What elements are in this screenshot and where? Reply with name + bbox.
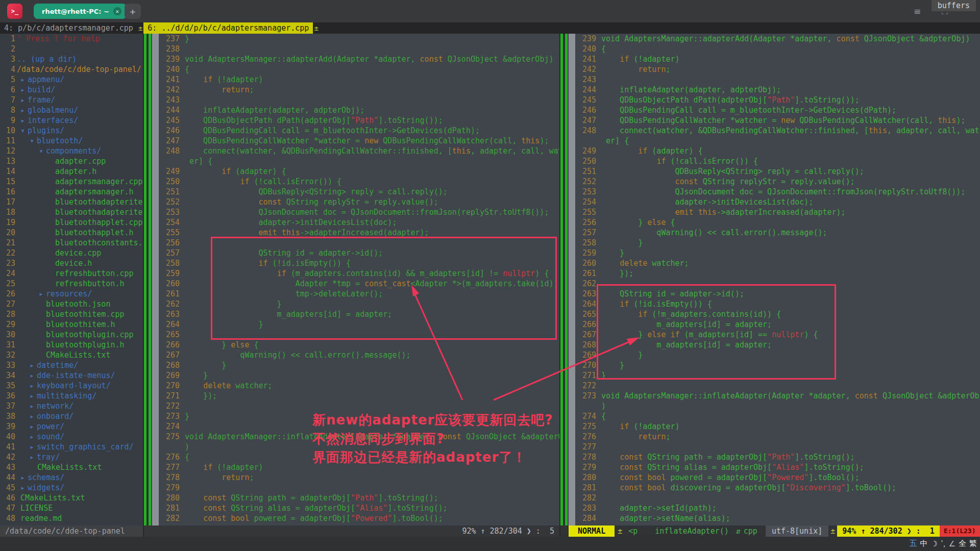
tree-item[interactable]: 23device.h — [0, 258, 143, 268]
tree-item[interactable]: 25refreshbutton.h — [0, 279, 143, 289]
tree-item[interactable]: 18bluetoothadapteritem.h — [0, 207, 143, 217]
buffer-tab[interactable]: 6: ../d/d/p/b/c/adaptersmanager.cpp — [143, 22, 313, 34]
tree-item-label: readme.md — [20, 513, 62, 523]
tree-item[interactable]: 48readme.md — [0, 513, 143, 523]
halfmoon-icon[interactable]: ☽ — [931, 539, 938, 548]
tree-dir-build[interactable]: 6▸build/ — [0, 85, 143, 95]
chevron-right-icon[interactable]: ▸ — [30, 391, 34, 400]
tree-item[interactable]: 31bluetoothplugin.h — [0, 340, 143, 350]
tree-dir-resources[interactable]: 26▸resources/ — [0, 289, 143, 299]
code-text: void AdaptersManager::adapterAdd(Adapter… — [185, 54, 553, 64]
close-icon[interactable]: ✕ — [113, 7, 121, 15]
tree-dir-multitasking[interactable]: 36▸multitasking/ — [0, 391, 143, 401]
tree-item[interactable]: 1" Press ? for help — [0, 34, 143, 44]
tree-item-label: ▸network/ — [30, 401, 74, 411]
tree-item[interactable]: 24refreshbutton.cpp — [0, 268, 143, 279]
tree-item[interactable]: 2 — [0, 44, 143, 54]
tree-dir-frame[interactable]: 7▸frame/ — [0, 95, 143, 105]
tree-dir-componments[interactable]: 12▾componments/ — [0, 146, 143, 156]
tree-item[interactable]: 13adapter.cpp — [0, 156, 143, 166]
traditional-icon[interactable]: 繁 — [969, 539, 977, 548]
chevron-right-icon[interactable]: ▸ — [30, 442, 34, 452]
tree-item[interactable]: 22device.cpp — [0, 248, 143, 258]
tree-dir-network[interactable]: 37▸network/ — [0, 401, 143, 411]
tree-dir-onboard[interactable]: 38▸onboard/ — [0, 411, 143, 421]
nerdtree-file-explorer[interactable]: 1" Press ? for help23.. (up a dir)4/data… — [0, 34, 143, 525]
chevron-right-icon[interactable]: ▸ — [39, 289, 43, 298]
chevron-right-icon[interactable]: ▸ — [30, 402, 34, 411]
tree-line-number: 18 — [0, 207, 15, 217]
code-text: { — [185, 452, 189, 462]
chevron-right-icon[interactable]: ▸ — [30, 412, 34, 421]
tree-item[interactable]: 47LICENSE — [0, 503, 143, 513]
tree-dir-appmenu[interactable]: 5▸appmenu/ — [0, 74, 143, 85]
tree-dir-bluetooth[interactable]: 11▾bluetooth/ — [0, 136, 143, 146]
chevron-right-icon[interactable]: ▸ — [20, 85, 25, 94]
chevron-right-icon[interactable]: ▸ — [20, 116, 25, 125]
tree-item[interactable]: 14adapter.h — [0, 166, 143, 177]
tree-item[interactable]: 15adaptersmanager.cpp — [0, 177, 143, 187]
tree-item[interactable]: 43CMakeLists.txt — [0, 462, 143, 472]
chevron-right-icon[interactable]: ▸ — [30, 422, 34, 431]
tree-item-label: /data/code/c/dde-top-panel/ — [17, 64, 141, 74]
wubi-icon[interactable]: 五 — [910, 539, 917, 548]
tree-dir-power[interactable]: 39▸power/ — [0, 421, 143, 432]
tree-item[interactable]: 16adaptersmanager.h — [0, 187, 143, 197]
tree-item[interactable]: 29bluetoothitem.h — [0, 319, 143, 330]
chevron-right-icon[interactable]: ▸ — [20, 75, 25, 84]
tree-item[interactable]: 17bluetoothadapteritem.cpp — [0, 197, 143, 207]
chevron-right-icon[interactable]: ▸ — [20, 483, 25, 492]
tree-item[interactable]: 32CMakeLists.txt — [0, 350, 143, 360]
chevron-right-icon[interactable]: ▸ — [30, 381, 34, 390]
terminal-titlebar: >_ rhett@rhett-PC: ~ ✕ + ≡ ⛶ — [0, 0, 980, 22]
tree-dir-interfaces[interactable]: 9▸interfaces/ — [0, 115, 143, 126]
tree-item[interactable]: 20bluetoothapplet.h — [0, 228, 143, 238]
menu-icon[interactable]: ≡ — [914, 6, 921, 16]
tree-dir-tray[interactable]: 42▸tray/ — [0, 452, 143, 462]
tree-dir-plugins[interactable]: 10▾plugins/ — [0, 126, 143, 136]
tree-item[interactable]: 3.. (up a dir) — [0, 54, 143, 64]
tree-dir-sound[interactable]: 40▸sound/ — [0, 432, 143, 442]
tree-dir-datetime[interactable]: 33▸datetime/ — [0, 360, 143, 370]
code-pane-buffer6[interactable]: 239void AdaptersManager::adapterAdd(Adap… — [559, 34, 980, 525]
tree-item[interactable]: 46CMakeLists.txt — [0, 493, 143, 503]
chevron-right-icon[interactable]: ▸ — [20, 106, 25, 115]
tree-dir-switch_graphics_card[interactable]: 41▸switch_graphics_card/ — [0, 442, 143, 452]
chevron-right-icon[interactable]: ▸ — [20, 473, 25, 482]
new-tab-button[interactable]: + — [125, 4, 141, 19]
tree-line-number: 43 — [0, 462, 15, 472]
tree-item[interactable]: 4/data/code/c/dde-top-panel/ — [0, 64, 143, 74]
code-text: QDBusPendingCall call = m_bluetoothInter… — [601, 105, 896, 115]
tree-dir-globalmenu[interactable]: 8▸globalmenu/ — [0, 105, 143, 115]
chevron-right-icon[interactable]: ▸ — [30, 361, 34, 370]
vim-command-line[interactable] — [0, 537, 980, 551]
chevron-right-icon[interactable]: ▸ — [20, 95, 25, 105]
line-number: 275 — [158, 432, 180, 442]
tree-dir-schemas[interactable]: 44▸schemas/ — [0, 472, 143, 483]
tree-item[interactable]: 28bluetoothitem.cpp — [0, 309, 143, 319]
statusline: /data/code/c/dde-top-panel </bluetooth/c… — [0, 525, 980, 537]
tree-line-number: 14 — [0, 166, 15, 177]
punctuation-icon[interactable]: ’, — [941, 539, 946, 548]
tree-item[interactable]: 27bluetooth.json — [0, 299, 143, 309]
chevron-right-icon[interactable]: ▸ — [30, 432, 34, 441]
buffers-button[interactable]: buffers — [932, 0, 976, 11]
tree-item[interactable]: 30bluetoothplugin.cpp — [0, 330, 143, 340]
chevron-down-icon[interactable]: ▾ — [30, 136, 34, 145]
fullwidth-icon[interactable]: 全 — [959, 539, 966, 548]
chevron-right-icon[interactable]: ▸ — [30, 453, 34, 462]
tree-dir-keyboardlayout[interactable]: 35▸keyboard-layout/ — [0, 381, 143, 391]
code-text: QDBusReply<QString> reply = call.reply()… — [601, 166, 864, 177]
chevron-right-icon[interactable]: ▸ — [30, 371, 34, 380]
chinese-mode-icon[interactable]: 中 — [920, 539, 928, 548]
chevron-down-icon[interactable]: ▾ — [39, 146, 43, 156]
chevron-down-icon[interactable]: ▾ — [20, 126, 25, 135]
tree-dir-ddeistatemenus[interactable]: 34▸dde-istate-menus/ — [0, 370, 143, 381]
pen-icon[interactable]: ∠ — [949, 539, 955, 548]
tree-item[interactable]: 19bluetoothapplet.cpp — [0, 217, 143, 228]
buffer-tab[interactable]: 4: p/b/c/adaptersmanager.cpp — [0, 22, 137, 34]
code-text: return; — [601, 432, 670, 442]
terminal-tab[interactable]: rhett@rhett-PC: ~ ✕ — [34, 4, 127, 19]
tree-dir-widgets[interactable]: 45▸widgets/ — [0, 483, 143, 493]
tree-item[interactable]: 21bluetoothconstants.h — [0, 238, 143, 248]
